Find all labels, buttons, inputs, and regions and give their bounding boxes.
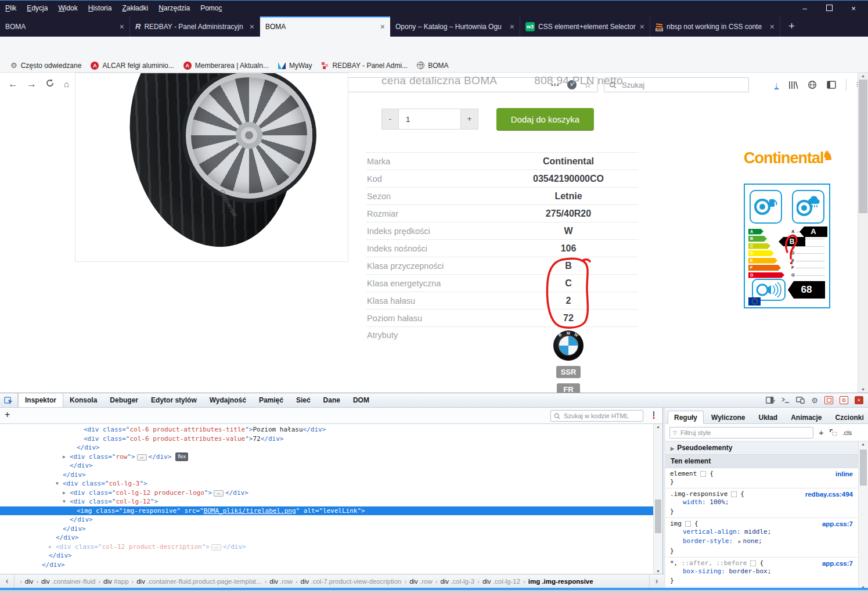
css-declaration[interactable]: width: 100%; bbox=[670, 498, 853, 507]
css-declaration[interactable]: border-style: ▶none; bbox=[670, 537, 853, 547]
devtools-tab-wydajno[interactable]: Wydajność bbox=[203, 393, 253, 407]
inspector-scrollbar-thumb[interactable] bbox=[655, 499, 661, 533]
css-declaration[interactable]: vertical-align: middle; bbox=[670, 527, 853, 537]
code-line[interactable]: ▼<div class="col-lg-3"> bbox=[0, 479, 653, 488]
rules-tab-regu-y[interactable]: Reguły bbox=[668, 411, 704, 424]
devtools-minimize-icon[interactable] bbox=[824, 396, 833, 404]
bookmark-cz-sto-odwiedzane[interactable]: ⚙Często odwiedzane bbox=[6, 59, 86, 72]
code-line[interactable]: <div class="col-6 product-attributes-val… bbox=[0, 434, 653, 444]
responsive-mode-icon[interactable] bbox=[796, 397, 805, 404]
twisty-icon[interactable]: ▶ bbox=[63, 452, 66, 462]
downloads-icon[interactable]: ↓ bbox=[775, 81, 779, 89]
html-search-field[interactable] bbox=[550, 410, 643, 422]
page-scrollbar[interactable]: ▲ ▼ bbox=[858, 73, 868, 393]
scroll-up-icon[interactable]: ▲ bbox=[859, 442, 867, 446]
breadcrumb-item[interactable]: div .container-fluid.product-page-templa… bbox=[136, 578, 261, 585]
code-line[interactable]: </div> bbox=[0, 524, 653, 534]
tab-close-icon[interactable]: × bbox=[380, 23, 385, 31]
stylesheet-link[interactable]: app.css:7 bbox=[822, 560, 853, 567]
devtools-tab-pami[interactable]: Pamięć bbox=[253, 393, 290, 407]
stylesheet-link[interactable]: app.css:7 bbox=[822, 520, 853, 527]
home-icon[interactable]: ⌂ bbox=[64, 79, 69, 89]
breadcrumb-item[interactable]: div .row bbox=[409, 578, 433, 585]
devtools-window-icon[interactable]: ⧉ bbox=[840, 396, 848, 404]
toggle-class-button[interactable]: .cls bbox=[842, 429, 852, 436]
css-declaration[interactable]: box-sizing: border-box; bbox=[670, 567, 853, 576]
code-line[interactable]: ▼<div class="col-lg-12"> bbox=[0, 497, 653, 506]
breadcrumb-item[interactable]: div .col-lg-3 bbox=[440, 578, 474, 585]
devtools-tab-debuger[interactable]: Debuger bbox=[103, 393, 145, 407]
rules-tab-czcionki[interactable]: Czcionki bbox=[830, 411, 868, 423]
code-line[interactable]: <img class="img-responsive" src="BOMA_pl… bbox=[0, 506, 653, 516]
eyedropper-icon[interactable] bbox=[650, 411, 657, 422]
qty-increase-button[interactable]: + bbox=[460, 109, 478, 130]
reload-icon[interactable] bbox=[45, 78, 55, 89]
code-line[interactable]: </div> bbox=[0, 470, 653, 480]
code-line[interactable]: ▶<div class="col-lg-12 producer-logo">…<… bbox=[0, 488, 653, 498]
flex-badge[interactable]: flex bbox=[175, 452, 188, 462]
code-line[interactable]: </div> bbox=[0, 533, 653, 542]
browser-tab-nbsp-not-working-in-css-conte[interactable]: nbsp not working in CSS conte× bbox=[650, 16, 780, 37]
menu-item-historia[interactable]: Historia bbox=[83, 1, 117, 16]
search-bar[interactable] bbox=[604, 77, 749, 92]
bookmark-myway[interactable]: MyWay bbox=[273, 59, 317, 72]
devtools-tab-sie[interactable]: Sieć bbox=[290, 393, 317, 407]
devtools-tab-dom[interactable]: DOM bbox=[347, 393, 376, 407]
devtools-settings-icon[interactable]: ⚙ bbox=[811, 396, 818, 405]
twisty-icon[interactable]: ▼ bbox=[63, 497, 66, 506]
code-line[interactable]: </div> bbox=[0, 515, 653, 524]
back-icon[interactable]: ← bbox=[8, 79, 18, 89]
search-input[interactable] bbox=[621, 80, 744, 90]
browser-tab-opony-katalog-hurtownia-ogu[interactable]: Opony – Katalog – Hurtownia Ogu× bbox=[390, 16, 520, 37]
rules-tab-uk-ad[interactable]: Układ bbox=[752, 411, 783, 423]
bookmark-boma[interactable]: BOMA bbox=[412, 59, 453, 72]
html-search-input[interactable] bbox=[563, 412, 640, 420]
highlight-target-icon[interactable] bbox=[731, 491, 737, 497]
breadcrumb-item[interactable]: div .container-fluid bbox=[41, 578, 95, 585]
page-scrollbar-thumb[interactable] bbox=[859, 80, 867, 213]
collapsed-content-icon[interactable]: … bbox=[137, 454, 147, 461]
tab-close-icon[interactable]: × bbox=[250, 23, 254, 31]
devtools-close-icon[interactable]: × bbox=[855, 396, 863, 404]
menu-item-widok[interactable]: Widok bbox=[53, 1, 82, 16]
window-close-button[interactable]: × bbox=[841, 1, 866, 16]
breadcrumb-item[interactable]: img .img-responsive bbox=[528, 578, 593, 585]
stylesheet-link[interactable]: redbay.css:494 bbox=[805, 491, 853, 498]
menu-item-edycja[interactable]: Edycja bbox=[21, 1, 53, 16]
browser-tab-css-element-element-selector[interactable]: w3CSS element+element Selector× bbox=[520, 16, 650, 37]
new-tab-button[interactable]: + bbox=[780, 16, 803, 37]
sidebar-toggle-icon[interactable] bbox=[827, 81, 836, 89]
tab-close-icon[interactable]: × bbox=[510, 23, 514, 31]
menu-item-narz-dzia[interactable]: Narzędzia bbox=[153, 1, 195, 16]
rules-scrollbar[interactable]: ▲ ▼ bbox=[858, 441, 868, 590]
menu-item-pomoc[interactable]: Pomoc bbox=[195, 1, 227, 16]
element-picker-icon[interactable] bbox=[0, 393, 18, 407]
scroll-down-icon[interactable]: ▼ bbox=[654, 569, 662, 573]
code-line[interactable]: </div> bbox=[0, 551, 653, 560]
highlight-elements-icon[interactable] bbox=[829, 429, 837, 436]
tab-close-icon[interactable]: × bbox=[120, 23, 124, 31]
stylesheet-link[interactable]: inline bbox=[835, 470, 853, 477]
quantity-input[interactable] bbox=[398, 109, 461, 130]
collapsed-content-icon[interactable]: … bbox=[214, 490, 224, 497]
highlight-target-icon[interactable] bbox=[700, 471, 706, 477]
rules-tab-animacje[interactable]: Animacje bbox=[785, 411, 827, 423]
breadcrumb-scroll-left-icon[interactable]: ‹ bbox=[0, 574, 15, 588]
window-maximize-button[interactable] bbox=[817, 1, 841, 16]
browser-tab-boma[interactable]: BOMA× bbox=[0, 16, 130, 37]
breadcrumb-item[interactable]: div bbox=[25, 578, 34, 585]
highlight-target-icon[interactable] bbox=[685, 521, 691, 527]
expand-icon[interactable]: ▶ bbox=[739, 539, 741, 544]
code-line[interactable]: </div> bbox=[0, 560, 653, 570]
scroll-up-icon[interactable]: ▲ bbox=[654, 425, 662, 429]
twisty-icon[interactable]: ▶ bbox=[63, 488, 66, 498]
twisty-icon[interactable]: ▶ bbox=[49, 542, 52, 552]
split-console-icon[interactable] bbox=[781, 397, 790, 404]
style-filter-input[interactable] bbox=[679, 429, 810, 437]
code-line[interactable]: <div class="col-6 product-attributes-tit… bbox=[0, 425, 653, 434]
code-line[interactable]: </div> bbox=[0, 461, 653, 470]
devtools-tab-dane[interactable]: Dane bbox=[317, 393, 347, 407]
add-node-button[interactable]: + bbox=[5, 409, 10, 420]
pseudoelements-section-header[interactable]: ▶Pseudoelementy bbox=[665, 441, 868, 455]
breadcrumb-item[interactable]: div .row bbox=[269, 578, 293, 585]
